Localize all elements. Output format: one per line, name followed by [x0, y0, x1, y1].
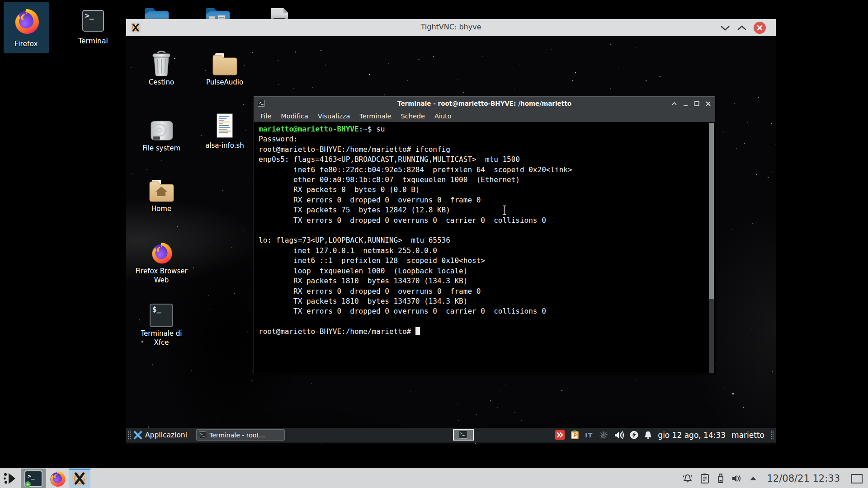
- svg-text:P: P: [573, 432, 577, 438]
- terminal-icon: [459, 431, 468, 439]
- recording-red-icon[interactable]: [555, 430, 565, 440]
- terminal-line: inet6 ::1 prefixlen 128 scopeid 0x10<hos…: [259, 256, 708, 266]
- vnc-desktop-icon-alsa-info[interactable]: alsa-info.sh: [198, 113, 252, 150]
- menu-terminale[interactable]: Terminale: [359, 113, 391, 120]
- tray-expand-caret-icon[interactable]: [749, 476, 757, 481]
- terminal-icon: [82, 10, 104, 32]
- vnc-desktop-icon-xfce-terminal[interactable]: Terminale di Xfce: [134, 301, 189, 347]
- taskbar-firefox-button[interactable]: [46, 469, 69, 488]
- maximize-icon[interactable]: [694, 101, 700, 107]
- icon-label: PulseAudio: [198, 78, 252, 87]
- xfce-terminal-icon: [150, 304, 173, 327]
- terminal-menubar: FileModificaVisualizzaTerminaleSchedeAiu…: [254, 110, 715, 122]
- keyboard-layout-indicator[interactable]: IT: [585, 432, 593, 439]
- shade-icon[interactable]: [671, 101, 677, 107]
- notifications-bell-icon[interactable]: [644, 431, 652, 439]
- vnc-desktop-icon-pulseaudio[interactable]: PulseAudio: [198, 50, 252, 87]
- vnc-window-title: TightVNC: bhyve: [126, 23, 776, 31]
- harddisk-icon: [147, 119, 175, 142]
- app-launcher-icon: [3, 472, 18, 485]
- icon-label: alsa-info.sh: [198, 141, 252, 150]
- terminal-line: root@marietto-BHYVE:/home/marietto#: [259, 327, 708, 337]
- panel-handle[interactable]: [191, 431, 193, 440]
- shell-script-icon: [215, 113, 234, 139]
- xfce-panel: Applicazioni Terminale - root...: [126, 428, 776, 443]
- parcellite-clipboard-icon[interactable]: P: [571, 430, 579, 440]
- xfce-menu-icon[interactable]: [133, 431, 142, 440]
- terminal-line: TX packets 75 bytes 12842 (12.8 KB): [259, 205, 708, 215]
- terminal-line: RX errors 0 dropped 0 overruns 0 frame 0: [259, 195, 708, 205]
- tightvnc-window: TightVNC: bhyve: [126, 19, 776, 445]
- session-user[interactable]: marietto: [731, 431, 764, 440]
- terminal-titlebar[interactable]: Terminale - root@marietto-BHYVE: /home/m…: [254, 97, 715, 110]
- panel-terminal-launcher[interactable]: [453, 429, 474, 441]
- terminal-line: ether 00:a0:98:1b:c8:07 txqueuelen 1000 …: [259, 175, 708, 185]
- terminal-line: inet6 fe80::22dc:b04:92e5:8284 prefixlen…: [259, 165, 708, 175]
- show-desktop-button[interactable]: [851, 474, 863, 483]
- host-taskbar: +: [0, 468, 868, 488]
- terminal-line: RX packets 0 bytes 0 (0.0 B): [259, 185, 708, 195]
- scrollbar-thumb[interactable]: [709, 123, 714, 299]
- terminal-line: Password:: [259, 134, 708, 144]
- volume-icon[interactable]: [731, 474, 742, 483]
- app-launcher-button[interactable]: [0, 469, 21, 488]
- icon-label: Terminale di Xfce: [134, 329, 189, 347]
- host-desktop-icon-terminal[interactable]: Terminal: [76, 5, 110, 50]
- close-icon[interactable]: [705, 101, 711, 107]
- terminal-line: inet 127.0.0.1 netmask 255.0.0.0: [259, 246, 708, 256]
- panel-grip[interactable]: [770, 430, 774, 440]
- menu-schede[interactable]: Schede: [401, 113, 425, 120]
- host-desktop-icon-firefox[interactable]: Firefox: [4, 2, 49, 53]
- terminal-line: enp0s5: flags=4163<UP,BROADCAST,RUNNING,…: [259, 155, 708, 164]
- minimize-icon[interactable]: [683, 101, 689, 107]
- taskbar-tightvnc-button[interactable]: [69, 469, 90, 488]
- applications-menu-button[interactable]: Applicazioni: [145, 431, 187, 439]
- terminal-line: TX packets 1810 bytes 134370 (134.3 KB): [259, 296, 708, 306]
- menu-aiuto[interactable]: Aiuto: [434, 113, 452, 120]
- icon-label: Cestino: [134, 78, 189, 87]
- menu-modifica[interactable]: Modifica: [281, 113, 308, 120]
- fan-icon[interactable]: [599, 430, 609, 440]
- taskbar-terminal-button[interactable]: +: [21, 469, 46, 488]
- terminal-line: lo: flags=73<UP,LOOPBACK,RUNNING> mtu 65…: [259, 235, 708, 245]
- vnc-desktop-icon-filesystem[interactable]: File system: [134, 116, 189, 153]
- collapse-chevron-icon[interactable]: [720, 25, 731, 31]
- close-icon[interactable]: [754, 22, 766, 34]
- menu-file[interactable]: File: [260, 113, 271, 120]
- xorg-logo-icon: [72, 471, 87, 486]
- firefox-icon: [48, 469, 66, 488]
- block-cursor: [415, 327, 420, 335]
- xfce-clock[interactable]: gio 12 ago, 14:33: [658, 431, 726, 440]
- host-icon-label: Firefox: [4, 40, 49, 48]
- firefox-icon: [149, 240, 174, 265]
- terminal-line: RX packets 1810 bytes 134370 (134.3 KB): [259, 276, 708, 286]
- screen: Firefox Terminal TightVNC: bhyve: [0, 0, 868, 488]
- panel-grip[interactable]: [127, 430, 131, 440]
- expand-chevron-icon[interactable]: [736, 25, 747, 31]
- vnc-desktop-icon-cestino[interactable]: Cestino: [134, 50, 189, 87]
- vnc-desktop-icon-firefox[interactable]: Firefox Browser Web: [134, 239, 189, 285]
- terminal-line: loop txqueuelen 1000 (Loopback locale): [259, 266, 708, 276]
- terminal-line: RX errors 0 dropped 0 overruns 0 frame 0: [259, 286, 708, 296]
- menu-visualizza[interactable]: Visualizza: [318, 113, 350, 120]
- notifications-bell-icon[interactable]: [682, 473, 693, 484]
- terminal-line: [259, 225, 708, 235]
- trash-icon: [151, 51, 172, 76]
- vnc-titlebar[interactable]: TightVNC: bhyve: [126, 19, 776, 36]
- terminal-line: marietto@marietto-BHYVE:~$ su: [259, 124, 708, 134]
- taskbar-task-terminal[interactable]: Terminale - root...: [196, 429, 285, 441]
- xfce-system-tray: P IT: [555, 428, 774, 442]
- terminal-scrollbar[interactable]: [709, 123, 714, 373]
- clipboard-icon[interactable]: [700, 473, 710, 484]
- volume-icon[interactable]: [614, 431, 624, 439]
- usb-device-icon[interactable]: [717, 473, 725, 484]
- terminal-line: TX errors 0 dropped 0 overruns 0 carrier…: [259, 216, 708, 225]
- terminal-line: [259, 317, 708, 327]
- terminal-window-title: Terminale - root@marietto-BHYVE: /home/m…: [254, 100, 715, 107]
- terminal-output[interactable]: marietto@marietto-BHYVE:~$ suPassword: r…: [254, 122, 708, 373]
- terminal-line: root@marietto-BHYVE:/home/marietto# ifco…: [259, 145, 708, 155]
- task-button-label: Terminale - root...: [209, 432, 265, 439]
- power-manager-icon[interactable]: [630, 431, 638, 439]
- host-clock[interactable]: 12/08/21 12:33: [767, 473, 840, 484]
- vnc-desktop-icon-home[interactable]: Home: [134, 176, 189, 213]
